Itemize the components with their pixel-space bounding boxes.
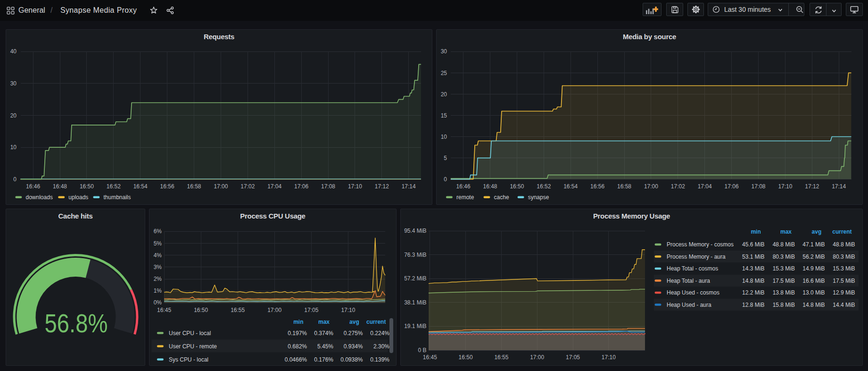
svg-text:16:52: 16:52 bbox=[107, 183, 121, 190]
svg-text:56.2 MiB: 56.2 MiB bbox=[802, 253, 825, 260]
svg-text:0.934%: 0.934% bbox=[344, 343, 363, 350]
svg-text:min: min bbox=[751, 228, 761, 235]
svg-text:remote: remote bbox=[456, 194, 474, 201]
svg-text:30: 30 bbox=[10, 80, 17, 87]
svg-text:17:08: 17:08 bbox=[751, 183, 765, 190]
svg-text:16:50: 16:50 bbox=[80, 183, 94, 190]
svg-text:19.1 MiB: 19.1 MiB bbox=[404, 323, 426, 329]
svg-text:1%: 1% bbox=[154, 287, 162, 294]
svg-text:20: 20 bbox=[441, 91, 447, 98]
svg-text:48.8 MiB: 48.8 MiB bbox=[833, 241, 855, 248]
svg-text:5: 5 bbox=[444, 155, 447, 161]
svg-text:uploads: uploads bbox=[68, 194, 88, 201]
svg-text:10: 10 bbox=[10, 144, 17, 151]
svg-text:16:56: 16:56 bbox=[160, 183, 174, 190]
svg-text:10: 10 bbox=[441, 134, 447, 140]
svg-text:12.2 MiB: 12.2 MiB bbox=[742, 289, 764, 296]
svg-text:17:04: 17:04 bbox=[267, 183, 281, 190]
svg-text:17:05: 17:05 bbox=[304, 307, 318, 313]
svg-text:15.3 MiB: 15.3 MiB bbox=[773, 265, 795, 272]
svg-text:48.8 MiB: 48.8 MiB bbox=[773, 241, 795, 248]
svg-text:17:00: 17:00 bbox=[530, 354, 544, 361]
svg-text:16:54: 16:54 bbox=[133, 183, 148, 190]
svg-text:max: max bbox=[780, 228, 792, 235]
svg-text:0 B: 0 B bbox=[418, 347, 426, 354]
svg-text:17:00: 17:00 bbox=[267, 307, 281, 313]
svg-text:0.374%: 0.374% bbox=[314, 330, 333, 337]
svg-text:2%: 2% bbox=[154, 276, 162, 282]
svg-text:current: current bbox=[832, 228, 851, 235]
svg-text:16:56: 16:56 bbox=[590, 183, 604, 190]
svg-text:16:45: 16:45 bbox=[423, 354, 437, 361]
svg-text:User CPU - local: User CPU - local bbox=[169, 330, 211, 337]
svg-text:0%: 0% bbox=[154, 299, 162, 306]
svg-text:0.682%: 0.682% bbox=[288, 343, 307, 350]
svg-text:25: 25 bbox=[441, 70, 447, 76]
svg-text:16:50: 16:50 bbox=[510, 183, 524, 190]
svg-text:16:58: 16:58 bbox=[187, 183, 201, 190]
svg-text:Process Memory - aura: Process Memory - aura bbox=[667, 253, 726, 260]
svg-text:16:58: 16:58 bbox=[617, 183, 631, 190]
svg-text:53.1 MiB: 53.1 MiB bbox=[742, 253, 764, 260]
svg-text:6%: 6% bbox=[154, 228, 162, 235]
svg-text:4%: 4% bbox=[154, 252, 162, 259]
svg-text:95.4 MiB: 95.4 MiB bbox=[404, 228, 426, 234]
svg-text:17:06: 17:06 bbox=[294, 183, 308, 190]
svg-text:80.3 MiB: 80.3 MiB bbox=[773, 253, 795, 260]
svg-text:17:00: 17:00 bbox=[644, 183, 658, 190]
svg-text:20: 20 bbox=[10, 112, 17, 119]
svg-text:17:02: 17:02 bbox=[240, 183, 255, 190]
svg-text:5%: 5% bbox=[154, 240, 162, 247]
svg-text:17:12: 17:12 bbox=[375, 183, 389, 190]
svg-text:min: min bbox=[293, 319, 303, 325]
svg-text:0.224%: 0.224% bbox=[370, 330, 389, 337]
svg-text:38.1 MiB: 38.1 MiB bbox=[404, 299, 426, 306]
svg-text:76.3 MiB: 76.3 MiB bbox=[404, 252, 426, 258]
svg-text:16:52: 16:52 bbox=[537, 183, 551, 190]
svg-text:0.0466%: 0.0466% bbox=[285, 356, 307, 363]
svg-text:17:14: 17:14 bbox=[832, 183, 846, 190]
svg-text:17:05: 17:05 bbox=[566, 354, 580, 361]
svg-text:14.8 MiB: 14.8 MiB bbox=[802, 302, 825, 308]
svg-text:thumbnails: thumbnails bbox=[104, 194, 131, 201]
svg-text:14.3 MiB: 14.3 MiB bbox=[742, 265, 764, 272]
svg-text:avg: avg bbox=[349, 319, 359, 325]
svg-text:17:10: 17:10 bbox=[778, 183, 792, 190]
svg-text:13.8 MiB: 13.8 MiB bbox=[773, 289, 795, 296]
svg-text:13.0 MiB: 13.0 MiB bbox=[802, 289, 825, 296]
svg-text:Heap Total - cosmos: Heap Total - cosmos bbox=[667, 265, 718, 272]
svg-text:17.5 MiB: 17.5 MiB bbox=[773, 278, 795, 284]
svg-text:17:06: 17:06 bbox=[725, 183, 739, 190]
svg-text:avg: avg bbox=[812, 228, 822, 235]
svg-text:17:08: 17:08 bbox=[321, 183, 335, 190]
svg-text:16:48: 16:48 bbox=[483, 183, 497, 190]
svg-text:57.2 MiB: 57.2 MiB bbox=[404, 275, 426, 282]
svg-text:16:54: 16:54 bbox=[563, 183, 578, 190]
svg-text:User CPU - remote: User CPU - remote bbox=[169, 343, 217, 350]
svg-text:Sys CPU - local: Sys CPU - local bbox=[169, 356, 208, 363]
svg-text:current: current bbox=[366, 319, 386, 325]
svg-text:12.9 MiB: 12.9 MiB bbox=[833, 289, 855, 296]
svg-text:synapse: synapse bbox=[528, 194, 549, 201]
svg-text:47.1 MiB: 47.1 MiB bbox=[802, 241, 825, 248]
svg-text:17:00: 17:00 bbox=[214, 183, 228, 190]
svg-text:14.4 MiB: 14.4 MiB bbox=[833, 302, 855, 308]
svg-text:45.6 MiB: 45.6 MiB bbox=[742, 241, 764, 248]
svg-text:16:46: 16:46 bbox=[26, 183, 40, 190]
svg-text:30: 30 bbox=[441, 48, 447, 55]
svg-text:Heap Used - cosmos: Heap Used - cosmos bbox=[667, 289, 719, 296]
svg-text:80.3 MiB: 80.3 MiB bbox=[833, 253, 855, 260]
svg-text:max: max bbox=[318, 319, 330, 325]
svg-text:17:12: 17:12 bbox=[805, 183, 819, 190]
svg-text:0.139%: 0.139% bbox=[370, 356, 389, 363]
svg-text:16:45: 16:45 bbox=[157, 307, 171, 313]
svg-text:56.8%: 56.8% bbox=[45, 309, 108, 338]
svg-text:0.197%: 0.197% bbox=[288, 330, 307, 337]
svg-text:17.5 MiB: 17.5 MiB bbox=[833, 278, 855, 284]
svg-text:Heap Used - aura: Heap Used - aura bbox=[667, 302, 711, 308]
svg-text:16.6 MiB: 16.6 MiB bbox=[802, 278, 825, 284]
svg-text:2.30%: 2.30% bbox=[373, 343, 389, 350]
svg-text:5.45%: 5.45% bbox=[317, 343, 333, 350]
svg-text:16:46: 16:46 bbox=[456, 183, 471, 190]
svg-text:40: 40 bbox=[10, 48, 17, 55]
